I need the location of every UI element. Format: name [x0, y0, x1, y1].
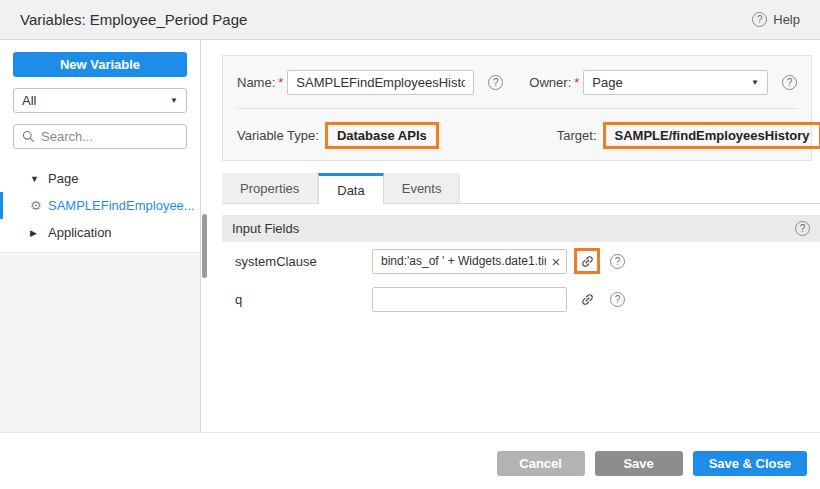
systemclause-label: systemClause — [235, 254, 372, 269]
systemclause-input-wrap: × — [372, 249, 567, 274]
app-header: Variables: Employee_Period Page ? Help — [0, 0, 820, 40]
clear-icon[interactable]: × — [547, 249, 565, 274]
help-label: Help — [773, 12, 800, 27]
chevron-down-icon: ▼ — [170, 96, 178, 105]
footer-buttons: Cancel Save Save & Close — [497, 451, 807, 476]
variables-tree: ▼ Page ⚙ SAMPLEFindEmployee... ▶ Applica… — [0, 159, 200, 253]
type-target-row: Variable Type: Database APIs Target: SAM… — [223, 109, 811, 161]
required-asterisk: * — [574, 75, 579, 90]
link-icon — [576, 250, 597, 271]
tree-node-variable-label: SAMPLEFindEmployee... — [48, 198, 195, 213]
save-button[interactable]: Save — [595, 451, 683, 476]
sidebar-controls: New Variable All ▼ — [0, 40, 200, 159]
owner-value: Page — [592, 75, 622, 90]
required-asterisk: * — [278, 75, 283, 90]
input-field-row-systemclause: systemClause × ? — [222, 242, 820, 280]
input-field-row-q: q ? — [222, 280, 820, 318]
tree-node-application[interactable]: ▶ Application — [0, 219, 200, 246]
input-fields-title: Input Fields — [232, 221, 299, 236]
systemclause-bind-button[interactable] — [574, 248, 600, 274]
search-input[interactable] — [41, 129, 178, 144]
variable-type-label: Variable Type: — [237, 128, 319, 143]
owner-dropdown[interactable]: Page ▼ — [583, 70, 768, 95]
owner-help-icon[interactable]: ? — [782, 75, 797, 90]
name-input[interactable] — [287, 70, 474, 95]
new-variable-button[interactable]: New Variable — [13, 52, 187, 77]
systemclause-help-icon[interactable]: ? — [610, 254, 625, 269]
input-fields-section: Input Fields ? systemClause × ? q — [222, 215, 820, 318]
variable-type-value: Database APIs — [325, 122, 439, 149]
chevron-down-icon: ▼ — [751, 78, 759, 87]
variable-filter-value: All — [22, 93, 36, 108]
tree-node-application-label: Application — [48, 225, 112, 240]
variable-filter-dropdown[interactable]: All ▼ — [13, 88, 187, 113]
search-icon — [22, 130, 35, 143]
help-icon: ? — [752, 12, 767, 27]
tab-events[interactable]: Events — [384, 173, 461, 203]
variables-sidebar: New Variable All ▼ ▼ Page ⚙ SAMPLEFindEm… — [0, 40, 201, 432]
q-input-wrap — [372, 287, 567, 312]
owner-label: Owner: — [529, 75, 571, 90]
detail-tabs: Properties Data Events — [222, 173, 820, 204]
systemclause-input[interactable] — [372, 249, 567, 274]
save-and-close-button[interactable]: Save & Close — [693, 451, 807, 476]
help-link[interactable]: ? Help — [752, 12, 800, 27]
target-value: SAMPLE/findEmployeesHistory — [603, 122, 820, 149]
name-label: Name: — [237, 75, 275, 90]
tab-data[interactable]: Data — [318, 173, 383, 204]
name-help-icon[interactable]: ? — [488, 75, 503, 90]
q-label: q — [235, 292, 372, 307]
tab-properties[interactable]: Properties — [222, 173, 318, 203]
footer-bar: Cancel Save Save & Close — [0, 432, 820, 489]
q-help-icon[interactable]: ? — [610, 292, 625, 307]
variable-summary-panel: Name: * ? Owner: * Page ▼ ? Variable Typ… — [222, 55, 812, 161]
tree-node-page-label: Page — [48, 171, 78, 186]
tree-node-page[interactable]: ▼ Page — [0, 165, 200, 192]
q-input[interactable] — [372, 287, 567, 312]
tree-collapsed-icon[interactable]: ▶ — [30, 228, 48, 238]
tree-expanded-icon[interactable]: ▼ — [30, 174, 48, 184]
variable-search-box — [13, 124, 187, 149]
input-fields-header: Input Fields ? — [222, 215, 820, 242]
name-owner-row: Name: * ? Owner: * Page ▼ ? — [223, 56, 811, 108]
tree-node-selected-variable[interactable]: ⚙ SAMPLEFindEmployee... — [0, 192, 200, 219]
link-icon — [576, 288, 597, 309]
page-title: Variables: Employee_Period Page — [20, 11, 247, 28]
cancel-button[interactable]: Cancel — [497, 451, 585, 476]
variable-type-icon: ⚙ — [30, 198, 48, 213]
target-label: Target: — [557, 128, 597, 143]
q-bind-button[interactable] — [574, 286, 600, 312]
input-fields-help-icon[interactable]: ? — [795, 221, 810, 236]
variable-detail-pane: Name: * ? Owner: * Page ▼ ? Variable Typ… — [208, 40, 820, 432]
vertical-scrollbar-thumb[interactable] — [202, 214, 207, 278]
